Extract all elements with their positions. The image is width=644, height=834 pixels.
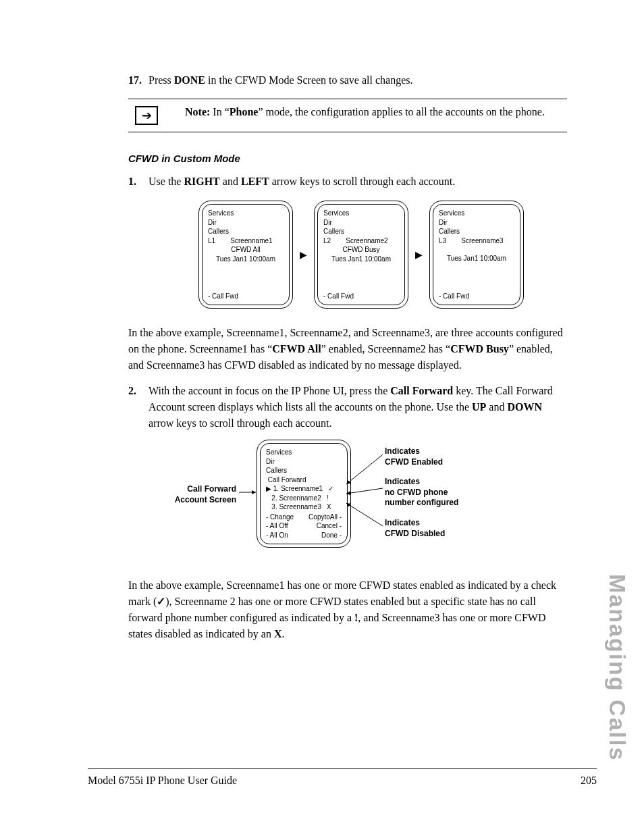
step-2: 2. With the account in focus on the IP P… — [128, 383, 567, 432]
step-body: Use the RIGHT and LEFT arrow keys to scr… — [149, 174, 567, 190]
line: Dir — [323, 218, 399, 228]
t: LEFT — [241, 176, 269, 187]
line: Dir — [208, 218, 284, 228]
call-forward-diagram: Call Forward Account Screen Services Dir… — [128, 440, 567, 561]
phone-inner: Services Dir Callers L2 Screenname2 CFWD… — [317, 204, 405, 305]
line: L1 Screenname1 — [208, 236, 284, 246]
t: number configured — [385, 498, 458, 509]
phone-inner: Services Dir Callers L3 Screenname3 Tues… — [433, 204, 520, 305]
t: DOWN — [507, 401, 542, 413]
t: CFWD All — [272, 343, 321, 355]
status: CFWD All — [208, 245, 284, 255]
line: L2 Screenname2 — [323, 236, 399, 246]
triangle-right-icon: ▶ — [412, 249, 425, 261]
line: Services — [208, 209, 284, 218]
line: Services — [439, 209, 514, 218]
step-17: 17. Press DONE in the CFWD Mode Screen t… — [128, 74, 567, 86]
line: 3. Screenname3 X — [266, 502, 342, 512]
line: Callers — [208, 227, 284, 236]
t: Call Forward — [390, 385, 453, 396]
line: Services — [323, 209, 399, 218]
step-number: 1. — [128, 174, 149, 190]
note-text: Note: In “Phone” mode, the configuration… — [185, 106, 567, 118]
check-icon: ✓ — [157, 596, 165, 607]
status — [439, 245, 514, 254]
t: CopytoAll - — [308, 513, 342, 522]
side-tab: Managing Calls — [604, 574, 630, 761]
arrow-right-icon: ➔ — [142, 109, 152, 122]
t: in the CFWD Mode Screen to save all chan… — [205, 74, 412, 86]
step-body: With the account in focus on the IP Phon… — [149, 383, 567, 432]
t: - All Off — [266, 521, 288, 531]
t: and — [486, 401, 507, 413]
cf-screen-label: Call Forward Account Screen — [162, 484, 236, 505]
footer-left: Model 6755i IP Phone User Guide — [88, 775, 237, 787]
line: Call Forward — [266, 475, 342, 485]
line: Dir — [439, 218, 514, 228]
t: ” mode, the configuration applies to all… — [258, 106, 544, 118]
t: CFWD Enabled — [385, 457, 458, 468]
phone-screen-2: Services Dir Callers L2 Screenname2 CFWD… — [314, 201, 408, 309]
phone-screen-1: Services Dir Callers L1 Screenname1 CFWD… — [198, 201, 293, 309]
phone-inner: Services Dir Callers Call Forward ▶ 1. S… — [260, 443, 348, 544]
done-word: DONE — [174, 74, 205, 86]
paragraph-1: In the above example, Screenname1, Scree… — [128, 325, 567, 373]
t: CFWD Busy — [450, 343, 509, 355]
footer-right: 205 — [581, 775, 597, 787]
note-block: ➔ Note: In “Phone” mode, the configurati… — [128, 99, 567, 132]
status: CFWD Busy — [323, 245, 399, 255]
callout-enabled: Indicates CFWD Enabled — [385, 446, 458, 467]
section-heading: CFWD in Custom Mode — [128, 153, 567, 164]
svg-line-2 — [346, 488, 383, 494]
line: Dir — [266, 457, 342, 467]
t: In “ — [210, 106, 229, 118]
step-text: Press DONE in the CFWD Mode Screen to sa… — [149, 74, 413, 86]
t: Indicates — [385, 477, 458, 488]
t: UP — [472, 401, 486, 413]
svg-line-3 — [346, 503, 383, 526]
t: - All On — [266, 531, 288, 540]
t: Press — [149, 74, 174, 86]
line: Callers — [439, 227, 514, 236]
t: Call Forward — [162, 484, 236, 495]
time: Tues Jan1 10:00am — [208, 255, 284, 264]
t: Indicates — [385, 518, 458, 529]
callout-no-number: Indicates no CFWD phone number configure… — [385, 477, 458, 509]
x-icon: X — [274, 628, 282, 640]
t: Phone — [230, 106, 259, 118]
t: CFWD Disabled — [385, 529, 458, 540]
line: L3 Screenname3 — [439, 236, 514, 246]
time: Tues Jan1 10:00am — [323, 255, 399, 264]
line: Callers — [323, 227, 399, 236]
step-1: 1. Use the RIGHT and LEFT arrow keys to … — [128, 174, 567, 190]
footer: - ChangeCopytoAll - - All OffCancel - - … — [266, 513, 342, 540]
footer: - Call Fwd — [439, 292, 514, 301]
callouts: Indicates CFWD Enabled Indicates no CFWD… — [385, 446, 458, 548]
step-number: 17. — [128, 74, 146, 86]
line: ▶ 1. Screenname1 ✓ — [266, 484, 342, 494]
phone-screen-cf: Services Dir Callers Call Forward ▶ 1. S… — [257, 440, 351, 548]
line: 2. Screenname2 ! — [266, 494, 342, 503]
line: Callers — [266, 466, 342, 475]
screens-row: Services Dir Callers L1 Screenname1 CFWD… — [155, 201, 567, 309]
t: arrow keys to scroll through each accoun… — [149, 417, 331, 429]
t: RIGHT — [184, 176, 219, 187]
callout-disabled: Indicates CFWD Disabled — [385, 518, 458, 539]
t: Done - — [321, 531, 342, 540]
t: Use the — [149, 176, 184, 187]
note-label: Note: — [185, 106, 210, 118]
note-icon: ➔ — [135, 106, 158, 125]
step-number: 2. — [128, 383, 149, 432]
t: ” enabled, Screenname2 has “ — [321, 343, 450, 355]
t: - Change — [266, 513, 294, 522]
svg-line-1 — [346, 454, 383, 484]
t: . — [282, 628, 285, 640]
t: With the account in focus on the IP Phon… — [149, 385, 390, 396]
footer: - Call Fwd — [323, 292, 399, 301]
t: arrow keys to scroll through each accoun… — [269, 176, 455, 187]
triangle-right-icon: ▶ — [297, 249, 310, 261]
footer: - Call Fwd — [208, 292, 284, 301]
paragraph-2: In the above example, Screenname1 has on… — [128, 577, 567, 642]
t: Cancel - — [317, 521, 342, 531]
t: Account Screen — [162, 495, 236, 506]
